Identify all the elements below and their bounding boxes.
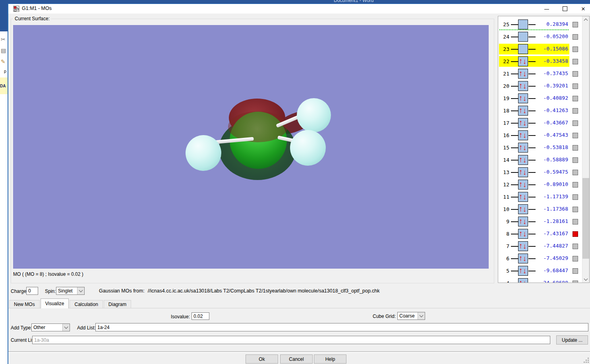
tab-visualize[interactable]: Visualize bbox=[41, 298, 69, 308]
mo-row-23[interactable]: 23-0.15086 bbox=[498, 43, 582, 55]
mo-occupancy-box[interactable]: ↑↓ bbox=[518, 106, 528, 116]
mo-occupancy-box[interactable]: ↑↓ bbox=[518, 118, 528, 128]
mo-row-14[interactable]: 14↑↓-0.58889 bbox=[498, 154, 582, 166]
scroll-up-button[interactable] bbox=[582, 16, 589, 23]
mo-row-12[interactable]: 12↑↓-0.89010 bbox=[498, 178, 582, 191]
mo-occupancy-box[interactable] bbox=[518, 32, 528, 42]
mo-select-checkbox[interactable] bbox=[573, 182, 578, 188]
mo-list-scrollbar[interactable] bbox=[582, 16, 589, 283]
help-button[interactable]: Help bbox=[314, 354, 346, 364]
mo-select-checkbox[interactable] bbox=[573, 231, 578, 237]
mo-row-24[interactable]: 24-0.05200 bbox=[498, 31, 582, 43]
mo-select-checkbox[interactable] bbox=[573, 244, 578, 249]
mo-occupancy-box[interactable]: ↑↓ bbox=[518, 167, 528, 177]
mo-select-checkbox[interactable] bbox=[573, 170, 578, 175]
current-list-input[interactable] bbox=[32, 336, 550, 344]
mo-row-21[interactable]: 21↑↓-0.37435 bbox=[498, 68, 582, 80]
mo-row-16[interactable]: 16↑↓-0.47543 bbox=[498, 129, 582, 141]
mo-occupancy-box[interactable]: ↑↓ bbox=[518, 266, 528, 276]
spin-up-arrow-icon: ↑ bbox=[519, 266, 523, 275]
mo-occupancy-box[interactable] bbox=[518, 44, 528, 54]
mo-select-checkbox[interactable] bbox=[573, 108, 578, 114]
mo-row-4[interactable]: 4↑↓-24.68688 bbox=[498, 277, 582, 283]
spin-up-arrow-icon: ↑ bbox=[519, 192, 523, 201]
mo-occupancy-box[interactable]: ↑↓ bbox=[518, 143, 528, 153]
mo-row-17[interactable]: 17↑↓-0.43667 bbox=[498, 117, 582, 129]
mo-occupancy-box[interactable]: ↑↓ bbox=[518, 155, 528, 165]
mo-occupancy-box[interactable]: ↑↓ bbox=[518, 192, 528, 202]
tab-diagram[interactable]: Diagram bbox=[104, 300, 131, 308]
mo-select-checkbox[interactable] bbox=[573, 83, 578, 89]
spin-down-arrow-icon: ↓ bbox=[523, 119, 527, 127]
mo-occupancy-box[interactable] bbox=[518, 19, 528, 29]
dropdown-button[interactable] bbox=[62, 324, 70, 331]
mo-row-13[interactable]: 13↑↓-0.59475 bbox=[498, 166, 582, 178]
spin-down-arrow-icon: ↓ bbox=[523, 217, 527, 226]
mo-select-checkbox[interactable] bbox=[573, 145, 578, 151]
mo-occupancy-box[interactable]: ↑↓ bbox=[518, 69, 528, 79]
mo-occupancy-box[interactable]: ↑↓ bbox=[518, 204, 528, 214]
scroll-down-button[interactable] bbox=[582, 276, 589, 283]
scrollbar-thumb[interactable] bbox=[582, 178, 589, 259]
mo-occupancy-box[interactable]: ↑↓ bbox=[518, 217, 528, 227]
mo-select-checkbox[interactable] bbox=[573, 34, 578, 40]
mo-row-18[interactable]: 18↑↓-0.41263 bbox=[498, 105, 582, 117]
isovalue-input[interactable] bbox=[192, 312, 209, 320]
mo-select-checkbox[interactable] bbox=[573, 281, 578, 283]
mo-select-checkbox[interactable] bbox=[573, 22, 578, 27]
mo-select-checkbox[interactable] bbox=[573, 256, 578, 261]
mo-occupancy-box[interactable]: ↑↓ bbox=[518, 278, 528, 283]
mo-select-checkbox[interactable] bbox=[573, 157, 578, 163]
mo-occupancy-box[interactable]: ↑↓ bbox=[518, 130, 528, 140]
mo-occupancy-box[interactable]: ↑↓ bbox=[518, 81, 528, 91]
mo-row-10[interactable]: 10↑↓-1.17368 bbox=[498, 203, 582, 215]
charge-input[interactable] bbox=[26, 287, 38, 295]
mo-row-20[interactable]: 20↑↓-0.39201 bbox=[498, 80, 582, 92]
dropdown-button[interactable] bbox=[418, 312, 425, 319]
mo-select-checkbox[interactable] bbox=[573, 46, 578, 52]
mo-row-11[interactable]: 11↑↓-1.17139 bbox=[498, 191, 582, 203]
mo-select-checkbox[interactable] bbox=[573, 71, 578, 77]
mo-select-checkbox[interactable] bbox=[573, 59, 578, 64]
mo-select-checkbox[interactable] bbox=[573, 120, 578, 126]
format-painter-icon: ✎ bbox=[1, 58, 6, 65]
mo-row-7[interactable]: 7↑↓-7.44827 bbox=[498, 240, 582, 252]
tab-calculation[interactable]: Calculation bbox=[70, 300, 103, 308]
spin-dropdown[interactable]: Singlet bbox=[56, 287, 85, 295]
mo-select-checkbox[interactable] bbox=[573, 207, 578, 212]
mo-select-checkbox[interactable] bbox=[573, 194, 578, 200]
mo-occupancy-box[interactable]: ↑↓ bbox=[518, 254, 528, 263]
cancel-button[interactable]: Cancel bbox=[280, 354, 313, 364]
mo-row-6[interactable]: 6↑↓-7.45029 bbox=[498, 252, 582, 265]
mo-occupancy-box[interactable]: ↑↓ bbox=[518, 56, 528, 66]
mo-occupancy-box[interactable]: ↑↓ bbox=[518, 241, 528, 251]
mo-row-25[interactable]: 250.28394 bbox=[498, 18, 582, 31]
ok-button[interactable]: Ok bbox=[246, 354, 278, 364]
tab-new-mos[interactable]: New MOs bbox=[9, 300, 40, 308]
mo-select-checkbox[interactable] bbox=[573, 96, 578, 101]
mo-occupancy-box[interactable]: ↑↓ bbox=[518, 93, 528, 103]
add-type-dropdown[interactable]: Other bbox=[31, 323, 70, 331]
mo-row-5[interactable]: 5↑↓-9.68447 bbox=[498, 265, 582, 277]
mo-row-9[interactable]: 9↑↓-1.28161 bbox=[498, 215, 582, 228]
update-button[interactable]: Update ... bbox=[556, 335, 588, 345]
resize-grip-icon[interactable] bbox=[588, 362, 589, 363]
maximize-button[interactable] bbox=[558, 4, 572, 14]
mo-occupancy-box[interactable]: ↑↓ bbox=[518, 229, 528, 239]
mo-select-checkbox[interactable] bbox=[573, 268, 578, 274]
dialog-titlebar[interactable]: G1:M1 - MOs ✕ bbox=[8, 4, 590, 14]
add-list-input[interactable] bbox=[95, 323, 588, 331]
mo-row-15[interactable]: 15↑↓-0.53818 bbox=[498, 141, 582, 154]
dropdown-button[interactable] bbox=[77, 287, 84, 294]
mo-select-checkbox[interactable] bbox=[573, 219, 578, 225]
cube-grid-dropdown[interactable]: Coarse bbox=[397, 312, 425, 320]
mo-row-22[interactable]: 22↑↓-0.33458 bbox=[498, 55, 582, 68]
minimize-button[interactable] bbox=[540, 4, 553, 14]
mo-occupancy-box[interactable]: ↑↓ bbox=[518, 180, 528, 190]
footer-separator bbox=[8, 351, 590, 353]
mo-row-8[interactable]: 8↑↓-7.43167 bbox=[498, 228, 582, 240]
close-button[interactable]: ✕ bbox=[576, 4, 590, 14]
molecule-viewport[interactable] bbox=[13, 25, 489, 269]
mo-select-checkbox[interactable] bbox=[573, 133, 578, 138]
mo-row-19[interactable]: 19↑↓-0.40892 bbox=[498, 92, 582, 105]
